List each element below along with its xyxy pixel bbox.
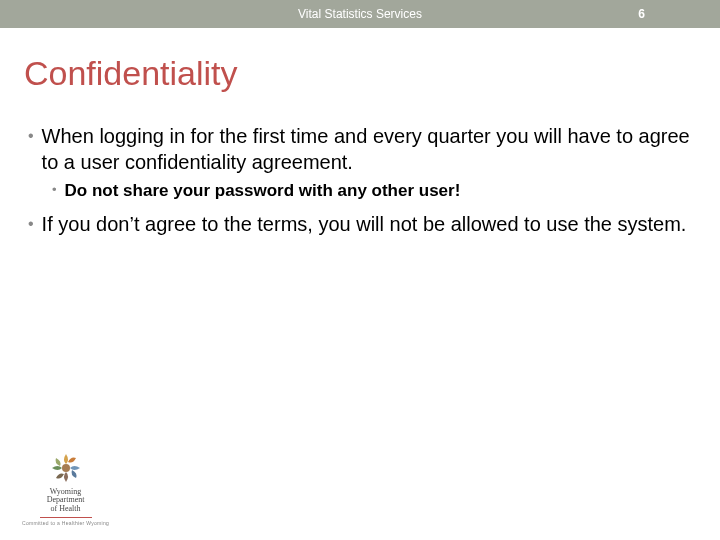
bullet-mark-icon: •: [28, 123, 34, 175]
page-number: 6: [638, 7, 645, 21]
logo-tagline: Committed to a Healthier Wyoming: [22, 520, 109, 526]
header-bar: Vital Statistics Services 6: [0, 0, 720, 28]
wyoming-health-logo-icon: [48, 450, 84, 486]
bullet-text: If you don’t agree to the terms, you wil…: [42, 211, 687, 237]
bullet-sub-item-1: • Do not share your password with any ot…: [52, 179, 692, 203]
bullet-text: When logging in for the first time and e…: [42, 123, 692, 175]
header-title: Vital Statistics Services: [298, 7, 422, 21]
footer-logo-area: Wyoming Department of Health Committed t…: [22, 450, 109, 526]
svg-point-0: [62, 464, 70, 472]
bullet-text: Do not share your password with any othe…: [65, 179, 461, 203]
bullet-mark-icon: •: [52, 179, 57, 203]
logo-text: Wyoming Department of Health: [47, 488, 85, 514]
slide-title: Confidentiality: [24, 54, 720, 93]
logo-line3: of Health: [47, 505, 85, 514]
bullet-mark-icon: •: [28, 211, 34, 237]
bullet-item-1: • When logging in for the first time and…: [28, 123, 692, 175]
bullet-item-2: • If you don’t agree to the terms, you w…: [28, 211, 692, 237]
content-area: • When logging in for the first time and…: [28, 123, 692, 237]
logo-divider: [40, 517, 92, 518]
